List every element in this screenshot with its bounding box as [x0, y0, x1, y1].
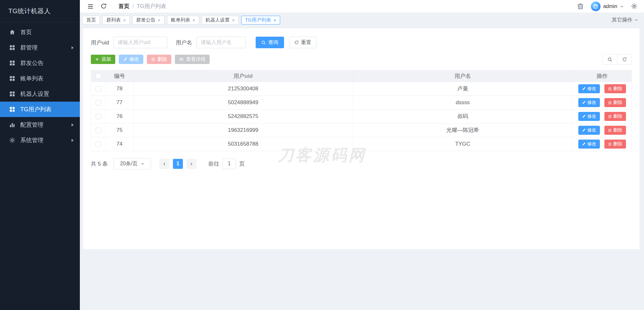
breadcrumb-home[interactable]: 首页 — [118, 3, 129, 10]
table-search-toggle-button[interactable] — [602, 54, 617, 64]
cell-operations: 修改 删除 — [573, 109, 631, 123]
cell-operations: 修改 删除 — [573, 123, 631, 137]
cell-id: 78 — [106, 82, 133, 96]
cell-operations: 修改 删除 — [573, 137, 631, 151]
avatar — [591, 2, 601, 11]
sidebar-item-bills[interactable]: 账单列表 — [0, 71, 80, 86]
tab-broadcast[interactable]: 群发公告 × — [132, 16, 165, 24]
home-icon — [9, 29, 15, 35]
page-size-select[interactable]: 20条/页 — [114, 158, 151, 169]
uid-filter-input[interactable] — [113, 37, 167, 48]
close-icon[interactable]: × — [123, 18, 126, 23]
close-icon[interactable]: × — [273, 18, 276, 23]
tab-bills[interactable]: 账单列表 × — [167, 16, 199, 24]
tab-label: 群列表 — [106, 17, 121, 23]
row-edit-button[interactable]: 修改 — [578, 112, 600, 121]
reset-button[interactable]: 重置 — [289, 37, 317, 48]
row-delete-button[interactable]: 删除 — [604, 84, 626, 93]
refresh-icon — [294, 40, 299, 45]
row-delete-button[interactable]: 删除 — [604, 126, 626, 135]
pencil-icon — [582, 87, 586, 91]
tab-group-list[interactable]: 群列表 × — [102, 16, 130, 24]
row-edit-button[interactable]: 修改 — [578, 126, 600, 135]
row-checkbox[interactable] — [96, 86, 101, 92]
row-delete-button[interactable]: 删除 — [604, 112, 626, 121]
trash-icon — [608, 128, 612, 132]
cell-username: TYGC — [353, 137, 573, 151]
tab-label: 群发公告 — [136, 17, 156, 23]
sidebar-item-system[interactable]: 系统管理 — [0, 132, 80, 148]
delete-button[interactable]: 删除 — [147, 55, 171, 64]
plus-icon — [95, 57, 99, 61]
tabs-more-dropdown[interactable]: 其它操作 — [612, 17, 638, 23]
close-icon[interactable]: × — [232, 18, 235, 23]
select-all-checkbox[interactable] — [96, 73, 101, 79]
chevron-down-icon — [620, 5, 624, 8]
gear-icon[interactable] — [631, 3, 638, 10]
sidebar-item-broadcast[interactable]: 群发公告 — [0, 55, 80, 71]
row-checkbox[interactable] — [96, 128, 101, 133]
cell-id: 75 — [106, 123, 133, 137]
cell-id: 76 — [106, 109, 133, 123]
grid-icon — [9, 75, 15, 82]
row-edit-button[interactable]: 修改 — [578, 98, 600, 107]
trash-icon — [151, 57, 155, 61]
add-button-label: 添加 — [101, 56, 111, 62]
sidebar-item-tg-users[interactable]: TG用户列表 — [0, 102, 80, 117]
username-label: admin — [603, 4, 617, 9]
uid-filter-label: 用户uid — [91, 39, 109, 46]
pencil-icon — [582, 128, 586, 132]
add-button[interactable]: 添加 — [91, 55, 115, 64]
hamburger-icon[interactable] — [87, 3, 94, 10]
row-edit-button[interactable]: 修改 — [578, 140, 600, 149]
sidebar-item-label: 机器人设置 — [20, 90, 49, 98]
cell-operations: 修改 删除 — [573, 82, 631, 96]
chevron-down-icon — [141, 162, 145, 166]
sidebar-item-config[interactable]: 配置管理 — [0, 117, 80, 132]
tab-robot-settings[interactable]: 机器人设置 × — [202, 16, 239, 24]
row-edit-label: 修改 — [587, 141, 596, 147]
sidebar-item-robot-settings[interactable]: 机器人设置 — [0, 86, 80, 102]
view-detail-button[interactable]: 查看详情 — [175, 55, 210, 64]
table-refresh-button[interactable] — [617, 54, 631, 64]
breadcrumb: 首页 / TG用户列表 — [118, 3, 166, 10]
trash-icon — [608, 142, 612, 146]
page-number-1[interactable]: 1 — [173, 159, 183, 169]
row-checkbox[interactable] — [96, 100, 101, 105]
row-delete-button[interactable]: 删除 — [604, 140, 626, 149]
row-edit-label: 修改 — [587, 114, 596, 119]
goto-page-input[interactable] — [223, 159, 236, 169]
query-button-label: 查询 — [268, 39, 279, 46]
total-count-label: 共 5 条 — [91, 160, 108, 168]
trash-icon — [608, 114, 612, 118]
row-delete-button[interactable]: 删除 — [604, 98, 626, 107]
page-size-value: 20条/页 — [120, 160, 137, 167]
row-checkbox[interactable] — [96, 114, 101, 119]
refresh-icon — [622, 57, 627, 62]
query-button[interactable]: 查询 — [256, 37, 284, 48]
tab-tg-users[interactable]: TG用户列表 × — [241, 16, 280, 24]
name-filter-input[interactable] — [196, 37, 246, 48]
row-edit-button[interactable]: 修改 — [578, 84, 600, 93]
tab-home[interactable]: 首页 — [82, 16, 100, 24]
refresh-icon[interactable] — [100, 3, 108, 10]
edit-button[interactable]: 修改 — [119, 55, 143, 64]
row-checkbox[interactable] — [96, 141, 101, 147]
top-navbar: 首页 / TG用户列表 admin — [80, 0, 644, 13]
sidebar-item-label: 群发公告 — [20, 59, 43, 67]
sidebar: TG统计机器人 首页 群管理 群发公告 账单列表 机器人设置 TG用户列表 — [0, 0, 80, 310]
user-menu[interactable]: admin — [591, 2, 624, 11]
trash-icon[interactable] — [577, 3, 584, 10]
trash-icon — [608, 87, 612, 91]
row-delete-label: 删除 — [613, 141, 622, 147]
grid-icon — [9, 91, 15, 97]
cell-operations: 修改 删除 — [573, 96, 631, 109]
header-select-all — [91, 70, 106, 82]
sidebar-item-home[interactable]: 首页 — [0, 24, 80, 40]
next-page-button[interactable]: › — [186, 159, 196, 169]
close-icon[interactable]: × — [193, 18, 195, 23]
close-icon[interactable]: × — [158, 18, 161, 23]
header-id: 编号 — [106, 70, 133, 82]
prev-page-button[interactable]: ‹ — [159, 159, 169, 169]
sidebar-item-group-manage[interactable]: 群管理 — [0, 40, 80, 55]
